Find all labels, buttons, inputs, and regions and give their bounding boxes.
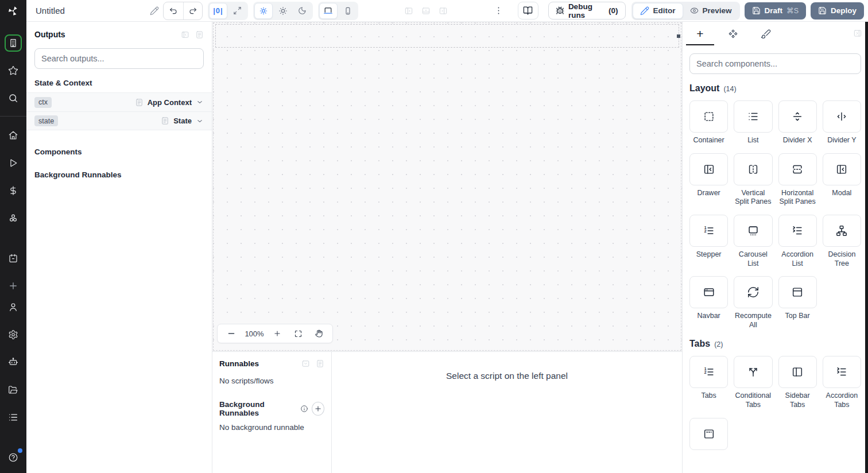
sidebar-bottom-group bbox=[0, 298, 26, 466]
info-icon[interactable] bbox=[300, 405, 308, 413]
component-card-vertical-split-panes[interactable]: Vertical Split Panes bbox=[734, 153, 772, 207]
component-card-partial[interactable] bbox=[689, 418, 728, 450]
component-card-sidebar-tabs[interactable]: Sidebar Tabs bbox=[778, 356, 817, 409]
sidebar-item-search[interactable] bbox=[5, 90, 22, 107]
preview-tab[interactable]: Preview bbox=[683, 3, 739, 19]
tab-styling[interactable] bbox=[749, 22, 782, 45]
resize-handle[interactable] bbox=[677, 34, 680, 38]
tab-components-tree[interactable] bbox=[716, 22, 749, 45]
sidebar-tabs-icon bbox=[778, 356, 817, 388]
expand-canvas-button[interactable] bbox=[228, 3, 247, 19]
doc-icon[interactable] bbox=[316, 359, 324, 368]
more-menu-button[interactable] bbox=[493, 6, 505, 15]
component-card-top-bar[interactable]: Top Bar bbox=[778, 276, 817, 329]
sidebar-item-workers[interactable] bbox=[5, 354, 22, 371]
zoom-in-button[interactable] bbox=[267, 325, 288, 342]
script-editor-placeholder: Select a script on the left panel bbox=[332, 352, 682, 473]
collapse-runnables-icon[interactable] bbox=[301, 359, 310, 368]
sidebar-item-schedules[interactable] bbox=[5, 250, 22, 267]
draft-button[interactable]: Draft ⌘S bbox=[745, 2, 806, 20]
undo-button[interactable] bbox=[164, 2, 183, 20]
component-card-carousel-list[interactable]: Carousel List bbox=[734, 215, 772, 268]
component-card-recompute-all[interactable]: Recompute All bbox=[734, 276, 772, 329]
home-icon bbox=[8, 130, 18, 141]
components-section-title: Components bbox=[26, 148, 212, 156]
app-title: Untitled bbox=[36, 6, 149, 15]
component-card-drawer[interactable]: Drawer bbox=[689, 153, 728, 207]
mobile-view-button[interactable] bbox=[339, 3, 357, 19]
sidebar-item-resources[interactable] bbox=[5, 210, 22, 227]
editor-tab[interactable]: Editor bbox=[633, 3, 683, 19]
zoom-out-button[interactable] bbox=[221, 325, 242, 342]
doc-icon[interactable] bbox=[195, 30, 204, 39]
edit-title-button[interactable] bbox=[149, 4, 161, 18]
component-card-stepper[interactable]: 12Stepper bbox=[689, 215, 728, 268]
sidebar-item-favorites[interactable] bbox=[5, 62, 22, 79]
component-card-tabs[interactable]: 12Tabs bbox=[689, 356, 728, 409]
sidebar-item-settings[interactable] bbox=[5, 326, 22, 343]
fixed-width-toggle[interactable]: |0| bbox=[209, 3, 227, 19]
canvas-outline bbox=[213, 22, 681, 351]
component-label: Recompute All bbox=[734, 312, 772, 329]
sidebar-item-user[interactable] bbox=[5, 298, 22, 316]
redo-button[interactable] bbox=[183, 2, 202, 20]
component-card-list[interactable]: List bbox=[734, 100, 772, 145]
component-card-divider-x[interactable]: Divider X bbox=[778, 100, 817, 145]
component-card-horizontal-split-panes[interactable]: Horizontal Split Panes bbox=[778, 153, 817, 207]
windmill-logo[interactable] bbox=[0, 0, 26, 22]
chevron-down-icon[interactable] bbox=[196, 98, 204, 106]
component-card-accordion-tabs[interactable]: Accordion Tabs bbox=[823, 356, 861, 409]
component-label: Divider Y bbox=[823, 136, 861, 145]
search-components-input[interactable] bbox=[689, 53, 861, 74]
theme-dark-button[interactable] bbox=[293, 3, 312, 19]
theme-light-button[interactable] bbox=[274, 3, 292, 19]
canvas-drop-zone[interactable] bbox=[215, 24, 679, 48]
component-card-conditional-tabs[interactable]: Conditional Tabs bbox=[734, 356, 772, 409]
add-background-runnable-button[interactable] bbox=[312, 402, 324, 416]
component-card-container[interactable]: Container bbox=[689, 100, 728, 145]
sidebar-item-help[interactable] bbox=[5, 449, 22, 466]
sidebar-item-folders[interactable] bbox=[5, 381, 22, 398]
plus-icon bbox=[314, 405, 322, 413]
refresh-icon bbox=[734, 276, 772, 308]
theme-auto-button[interactable] bbox=[254, 3, 273, 19]
fit-view-button[interactable] bbox=[288, 325, 308, 342]
history-group bbox=[163, 2, 203, 20]
desktop-view-button[interactable] bbox=[319, 3, 338, 19]
chevron-down-icon[interactable] bbox=[196, 117, 204, 125]
component-label: Container bbox=[689, 136, 728, 145]
state-row[interactable]: state State bbox=[26, 111, 212, 130]
sidebar-item-variables[interactable] bbox=[5, 182, 22, 199]
dollar-icon bbox=[8, 185, 18, 196]
debug-runs-button[interactable]: Debug runs (0) bbox=[548, 2, 626, 20]
list-comp-icon bbox=[734, 100, 772, 133]
collapse-panel-icon[interactable] bbox=[181, 30, 189, 39]
tab-insert-component[interactable]: + bbox=[684, 22, 716, 45]
state-type-label: State bbox=[173, 117, 192, 125]
component-card-decision-tree[interactable]: Decision Tree bbox=[823, 215, 861, 268]
sidebar-divider bbox=[0, 116, 26, 117]
ctx-row[interactable]: ctx App Context bbox=[26, 92, 212, 111]
collapse-right-panel-button[interactable] bbox=[853, 29, 862, 38]
window-scrollbar[interactable] bbox=[865, 22, 868, 473]
save-icon bbox=[752, 6, 761, 15]
component-card-divider-y[interactable]: Divider Y bbox=[823, 100, 861, 145]
sidebar-item-runs[interactable] bbox=[5, 154, 22, 172]
draft-shortcut: ⌘S bbox=[786, 6, 799, 15]
sidebar-item-apps[interactable] bbox=[5, 34, 22, 52]
component-library-panel: + Layout(14)ContainerListDivider XDivide… bbox=[682, 22, 868, 473]
docs-button[interactable] bbox=[518, 2, 538, 20]
component-card-accordion-list[interactable]: Accordion List bbox=[778, 215, 817, 268]
sidebar-item-logs[interactable] bbox=[5, 409, 22, 426]
expand-icon bbox=[233, 6, 242, 15]
pan-button[interactable] bbox=[308, 325, 329, 342]
app-canvas[interactable]: 100% bbox=[212, 22, 682, 351]
search-outputs-input[interactable] bbox=[34, 48, 204, 69]
search-icon bbox=[8, 93, 18, 103]
sidebar-item-home[interactable] bbox=[5, 127, 22, 144]
component-card-navbar[interactable]: Navbar bbox=[689, 276, 728, 329]
deploy-button[interactable]: Deploy bbox=[811, 2, 864, 20]
sidebar-item-create[interactable] bbox=[5, 277, 22, 294]
top-bar-icon bbox=[778, 276, 817, 308]
component-card-modal[interactable]: Modal bbox=[823, 153, 861, 207]
